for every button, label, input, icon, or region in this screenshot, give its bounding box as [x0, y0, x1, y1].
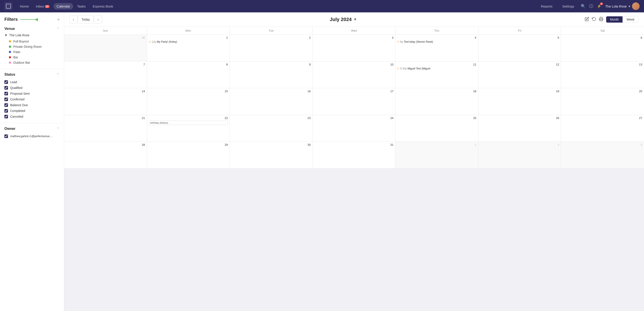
cal-cell-w3d4[interactable]: 25 [396, 115, 478, 142]
cal-cell-w4d6[interactable]: 3 [561, 142, 644, 168]
status-completed-checkbox[interactable] [4, 109, 8, 112]
calendar-today-button[interactable]: Today [78, 16, 94, 24]
venue-full-buyout[interactable]: Full Buyout [4, 39, 60, 44]
nav-home[interactable]: Home [17, 3, 32, 10]
notifications-button[interactable]: ⚡ 4 [597, 4, 602, 9]
cal-cell-w2d4[interactable]: 18 [396, 88, 478, 115]
status-section-toggle[interactable]: ⌃ [57, 73, 60, 76]
cal-date-number: 31 [314, 143, 394, 146]
cal-cell-w0d1[interactable]: 112p My Party! (Keley) [147, 35, 230, 61]
venue-outdoor-bar[interactable]: Outdoor Bar [4, 60, 60, 65]
cal-cell-w2d6[interactable]: 20 [561, 88, 644, 115]
owner-matthew[interactable]: matthew.garlick+1@perfectvenue.... [4, 134, 60, 139]
sidebar-collapse-button[interactable]: » [57, 17, 60, 22]
status-canceled[interactable]: Canceled [4, 114, 60, 120]
status-lead[interactable]: Lead [4, 79, 60, 85]
cal-date-number: 2 [480, 143, 559, 146]
cal-cell-w2d5[interactable]: 19 [478, 88, 561, 115]
cal-cell-w0d6[interactable]: 6 [561, 35, 644, 61]
owner-section-toggle[interactable]: ⌃ [57, 127, 60, 130]
status-section-header: Status ⌃ [4, 72, 60, 76]
calendar-title[interactable]: July 2024 ▼ [106, 16, 581, 22]
venue-patio[interactable]: Patio [4, 49, 60, 55]
cal-date-number: 24 [314, 116, 394, 120]
venue-bar[interactable]: Bar [4, 55, 60, 60]
cal-cell-w3d6[interactable]: 27 [561, 115, 644, 142]
cal-cell-w4d4[interactable]: 1 [396, 142, 478, 168]
avatar[interactable] [632, 2, 640, 10]
cal-cell-w4d3[interactable]: 31 [313, 142, 396, 168]
status-completed[interactable]: Completed [4, 108, 60, 114]
cal-cell-w1d4[interactable]: 115:30p Miguel Test (Miguel [396, 62, 478, 88]
cal-cell-w1d3[interactable]: 10 [313, 62, 396, 88]
status-balance-due[interactable]: Balance Due [4, 102, 60, 108]
calendar-event-box[interactable]: birthday (kelsey) [149, 120, 228, 125]
calendar-event[interactable]: 5:30p Miguel Test (Miguel [397, 67, 476, 70]
cal-cell-w1d2[interactable]: 9 [230, 62, 313, 88]
venue-selector[interactable]: The Lola Rose ▾ [605, 2, 640, 10]
nav-settings[interactable]: Settings [559, 3, 577, 10]
cal-cell-w0d5[interactable]: 5 [478, 35, 561, 61]
cal-cell-w3d0[interactable]: 21 [64, 115, 147, 142]
cal-cell-w1d6[interactable]: 13 [561, 62, 644, 88]
cal-cell-w0d4[interactable]: 46p Test bday (Steven Reed) [396, 35, 478, 61]
calendar-event[interactable]: 12p My Party! (Keley) [149, 40, 228, 43]
venue-section-toggle[interactable]: ⌃ [57, 27, 60, 30]
cal-cell-w2d0[interactable]: 14 [64, 88, 147, 115]
owner-matthew-checkbox[interactable] [4, 134, 8, 138]
calendar-prev-button[interactable]: ‹ [70, 16, 78, 24]
cal-cell-w1d0[interactable]: 7 [64, 62, 147, 88]
venue-parent-item[interactable]: ▼ The Lola Rose [4, 34, 60, 37]
status-confirmed-checkbox[interactable] [4, 98, 8, 101]
nav-express-book[interactable]: Express Book [90, 3, 116, 10]
print-button[interactable] [599, 17, 603, 22]
cal-cell-w3d1[interactable]: 22birthday (kelsey) [147, 115, 230, 142]
cal-cell-w4d2[interactable]: 30 [230, 142, 313, 168]
week-2: 14151617181920 [64, 88, 644, 115]
calendar-title-text: July 2024 [330, 16, 352, 22]
status-qualified-checkbox[interactable] [4, 86, 8, 90]
week-view-button[interactable]: Week [622, 16, 638, 22]
cal-date-number: 23 [232, 116, 311, 120]
calendar-grid: Sun Mon Tue Wed Thu Fri Sat 30112p My Pa… [64, 27, 644, 311]
event-dot [149, 41, 150, 43]
status-canceled-checkbox[interactable] [4, 115, 8, 118]
cal-cell-w4d1[interactable]: 29 [147, 142, 230, 168]
cal-cell-w3d5[interactable]: 26 [478, 115, 561, 142]
header-sun: Sun [64, 27, 147, 34]
app-logo[interactable] [4, 2, 12, 10]
cal-cell-w2d3[interactable]: 17 [313, 88, 396, 115]
venue-private-dining[interactable]: Private Dining Room [4, 44, 60, 49]
help-button[interactable]: ⓘ [589, 4, 593, 9]
calendar-next-button[interactable]: › [94, 16, 102, 24]
cal-cell-w3d3[interactable]: 24 [313, 115, 396, 142]
header-tue: Tue [230, 27, 313, 34]
cal-cell-w4d5[interactable]: 2 [478, 142, 561, 168]
status-confirmed[interactable]: Confirmed [4, 96, 60, 102]
dot-patio [9, 51, 11, 53]
cal-cell-w2d1[interactable]: 15 [147, 88, 230, 115]
search-button[interactable]: 🔍 [581, 4, 586, 9]
status-qualified[interactable]: Qualified [4, 85, 60, 91]
cal-cell-w4d0[interactable]: 28 [64, 142, 147, 168]
cal-cell-w0d3[interactable]: 3 [313, 35, 396, 61]
month-view-button[interactable]: Month [606, 16, 623, 22]
status-proposal-sent[interactable]: Proposal Sent [4, 91, 60, 96]
nav-reports[interactable]: Reports [538, 3, 556, 10]
nav-inbox[interactable]: Inbox17 [33, 3, 53, 10]
cal-cell-w0d2[interactable]: 2 [230, 35, 313, 61]
cal-cell-w0d0[interactable]: 30 [64, 35, 147, 61]
status-balance-due-checkbox[interactable] [4, 103, 8, 107]
refresh-button[interactable] [592, 17, 596, 22]
status-proposal-sent-checkbox[interactable] [4, 92, 8, 95]
nav-tasks[interactable]: Tasks [74, 3, 89, 10]
cal-cell-w2d2[interactable]: 16 [230, 88, 313, 115]
calendar-event[interactable]: 6p Test bday (Steven Reed) [397, 40, 476, 43]
cal-cell-w1d1[interactable]: 8 [147, 62, 230, 88]
edit-button[interactable] [585, 17, 589, 22]
nav-links: Home Inbox17 Calendar Tasks Express Book [17, 3, 538, 10]
cal-cell-w1d5[interactable]: 12 [478, 62, 561, 88]
status-lead-checkbox[interactable] [4, 80, 8, 84]
cal-cell-w3d2[interactable]: 23 [230, 115, 313, 142]
nav-calendar[interactable]: Calendar [54, 3, 73, 10]
